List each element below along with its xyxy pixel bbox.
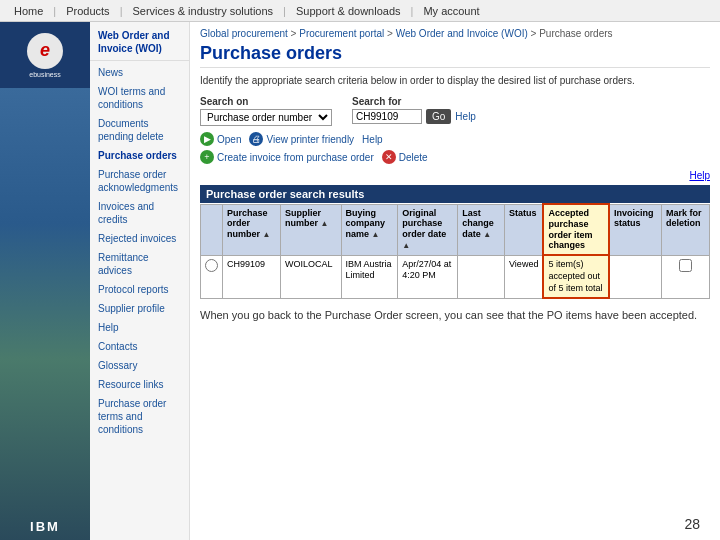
search-for-group: Search for Go Help bbox=[352, 96, 476, 124]
logo-text: ebusiness bbox=[29, 71, 61, 78]
col-buying-company[interactable]: Buying company name ▲ bbox=[341, 204, 398, 255]
col-po-number[interactable]: Purchase order number ▲ bbox=[223, 204, 281, 255]
delete-button[interactable]: ✕ Delete bbox=[382, 150, 428, 164]
row-radio[interactable] bbox=[201, 255, 223, 298]
nav-products[interactable]: Products bbox=[60, 5, 115, 17]
search-on-group: Search on Purchase order number bbox=[200, 96, 332, 126]
row-orig-date: Apr/27/04 at 4:20 PM bbox=[398, 255, 458, 298]
printer-icon: 🖨 bbox=[249, 132, 263, 146]
sidebar-item-purchase-orders[interactable]: Purchase orders bbox=[90, 146, 189, 165]
row-status: Viewed bbox=[505, 255, 544, 298]
row-accepted: 5 item(s) accepted out of 5 item total bbox=[543, 255, 609, 298]
col-radio-header bbox=[201, 204, 223, 255]
search-on-row: Purchase order number bbox=[200, 109, 332, 126]
main-content: Global procurement > Procurement portal … bbox=[190, 22, 720, 540]
breadcrumb-woi[interactable]: Web Order and Invoice (WOI) bbox=[396, 28, 528, 39]
search-for-label: Search for bbox=[352, 96, 476, 107]
nav-support[interactable]: Support & downloads bbox=[290, 5, 407, 17]
results-header: Purchase order search results bbox=[200, 185, 710, 203]
search-select[interactable]: Purchase order number bbox=[200, 109, 332, 126]
mark-deletion-checkbox[interactable] bbox=[679, 259, 692, 272]
sidebar-item-protocol[interactable]: Protocol reports bbox=[90, 280, 189, 299]
col-orig-date[interactable]: Original purchase order date ▲ bbox=[398, 204, 458, 255]
nav-account[interactable]: My account bbox=[417, 5, 485, 17]
sidebar-item-invoices[interactable]: Invoices and credits bbox=[90, 197, 189, 229]
logo-circle: e bbox=[27, 33, 63, 69]
create-invoice-button[interactable]: + Create invoice from purchase order bbox=[200, 150, 374, 164]
sidebar-item-glossary[interactable]: Glossary bbox=[90, 356, 189, 375]
ibm-logo: IBM bbox=[30, 519, 60, 534]
bottom-note: When you go back to the Purchase Order s… bbox=[200, 309, 710, 321]
col-supplier-number[interactable]: Supplier number ▲ bbox=[280, 204, 341, 255]
breadcrumb-portal[interactable]: Procurement portal bbox=[299, 28, 384, 39]
col-status: Status bbox=[505, 204, 544, 255]
row-mark-deletion[interactable] bbox=[661, 255, 709, 298]
row-radio-input[interactable] bbox=[205, 259, 218, 272]
delete-label: Delete bbox=[399, 152, 428, 163]
sidebar-item-help[interactable]: Help bbox=[90, 318, 189, 337]
view-printer-button[interactable]: 🖨 View printer friendly bbox=[249, 132, 354, 146]
col-invoicing: Invoicing status bbox=[609, 204, 661, 255]
sidebar: e ebusiness IBM bbox=[0, 22, 90, 540]
nav-sep3: | bbox=[283, 5, 286, 17]
sidebar-item-news[interactable]: News bbox=[90, 63, 189, 82]
search-help-link[interactable]: Help bbox=[455, 111, 476, 122]
sidebar-item-po-ack[interactable]: Purchase order acknowledgments bbox=[90, 165, 189, 197]
sidebar-item-rejected[interactable]: Rejected invoices bbox=[90, 229, 189, 248]
sidebar-item-supplier-profile[interactable]: Supplier profile bbox=[90, 299, 189, 318]
sidebar-item-contacts[interactable]: Contacts bbox=[90, 337, 189, 356]
nav-services[interactable]: Services & industry solutions bbox=[126, 5, 279, 17]
nav-sep2: | bbox=[120, 5, 123, 17]
sidebar-item-resource[interactable]: Resource links bbox=[90, 375, 189, 394]
go-button[interactable]: Go bbox=[426, 109, 451, 124]
page-title: Purchase orders bbox=[200, 43, 710, 68]
breadcrumb-current: Purchase orders bbox=[539, 28, 612, 39]
row-po-number[interactable]: CH99109 bbox=[223, 255, 281, 298]
sidebar-item-remittance[interactable]: Remittance advices bbox=[90, 248, 189, 280]
nav-divider-1 bbox=[90, 60, 189, 61]
action-bar-2: + Create invoice from purchase order ✕ D… bbox=[200, 150, 710, 164]
top-navigation: Home | Products | Services & industry so… bbox=[0, 0, 720, 22]
col-last-change[interactable]: Last change date ▲ bbox=[458, 204, 505, 255]
open-icon: ▶ bbox=[200, 132, 214, 146]
nav-sep1: | bbox=[53, 5, 56, 17]
row-buying-company: IBM Austria Limited bbox=[341, 255, 398, 298]
page-number: 28 bbox=[684, 516, 700, 532]
create-invoice-icon: + bbox=[200, 150, 214, 164]
breadcrumb: Global procurement > Procurement portal … bbox=[200, 28, 710, 39]
view-printer-label: View printer friendly bbox=[266, 134, 354, 145]
nav-sep4: | bbox=[411, 5, 414, 17]
open-button[interactable]: ▶ Open bbox=[200, 132, 241, 146]
page-subtitle: Identify the appropriate search criteria… bbox=[200, 74, 710, 88]
row-last-change bbox=[458, 255, 505, 298]
col-accepted: Accepted purchase order item changes bbox=[543, 204, 609, 255]
sidebar-image: IBM bbox=[0, 88, 90, 540]
search-input[interactable] bbox=[352, 109, 422, 124]
action-bar-1: ▶ Open 🖨 View printer friendly Help bbox=[200, 132, 710, 146]
row-invoicing bbox=[609, 255, 661, 298]
row-supplier: WOILOCAL bbox=[280, 255, 341, 298]
sidebar-item-woi-terms[interactable]: WOI terms and conditions bbox=[90, 82, 189, 114]
left-nav-panel: Web Order and Invoice (WOI) News WOI ter… bbox=[90, 22, 190, 540]
delete-icon: ✕ bbox=[382, 150, 396, 164]
col-mark-deletion: Mark for deletion bbox=[661, 204, 709, 255]
search-for-row: Go Help bbox=[352, 109, 476, 124]
search-on-label: Search on bbox=[200, 96, 332, 107]
create-invoice-label: Create invoice from purchase order bbox=[217, 152, 374, 163]
search-area: Search on Purchase order number Search f… bbox=[200, 96, 710, 126]
nav-home[interactable]: Home bbox=[8, 5, 49, 17]
breadcrumb-global[interactable]: Global procurement bbox=[200, 28, 288, 39]
sidebar-logo: e ebusiness bbox=[15, 30, 75, 80]
open-label: Open bbox=[217, 134, 241, 145]
sidebar-item-docs-pending[interactable]: Documents pending delete bbox=[90, 114, 189, 146]
sidebar-item-po-terms[interactable]: Purchase order terms and conditions bbox=[90, 394, 189, 439]
help-right: Help bbox=[200, 170, 710, 181]
main-layout: e ebusiness IBM Web Order and Invoice (W… bbox=[0, 22, 720, 540]
action-help-link[interactable]: Help bbox=[362, 134, 383, 145]
help-right-link[interactable]: Help bbox=[689, 170, 710, 181]
table-row: CH99109 WOILOCAL IBM Austria Limited Apr… bbox=[201, 255, 710, 298]
results-table: Purchase order number ▲ Supplier number … bbox=[200, 203, 710, 299]
sidebar-item-woi[interactable]: Web Order and Invoice (WOI) bbox=[90, 26, 189, 58]
